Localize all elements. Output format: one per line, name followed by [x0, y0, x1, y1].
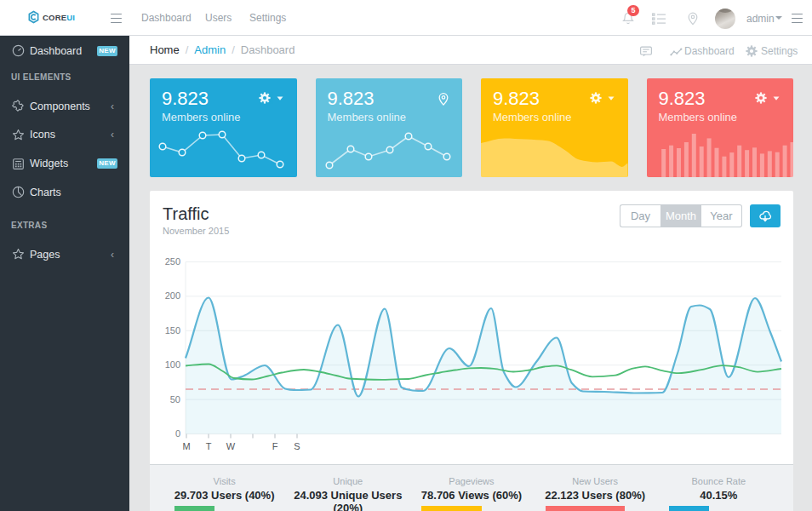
svg-text:F: F — [272, 441, 278, 451]
svg-text:W: W — [226, 441, 236, 451]
svg-text:200: 200 — [165, 290, 180, 301]
svg-text:100: 100 — [165, 359, 180, 370]
svg-text:S: S — [294, 441, 300, 451]
svg-text:T: T — [206, 441, 212, 451]
svg-text:250: 250 — [165, 256, 180, 267]
svg-text:0: 0 — [175, 428, 180, 439]
svg-text:M: M — [182, 441, 190, 451]
svg-text:50: 50 — [170, 394, 180, 405]
svg-text:150: 150 — [165, 325, 180, 336]
